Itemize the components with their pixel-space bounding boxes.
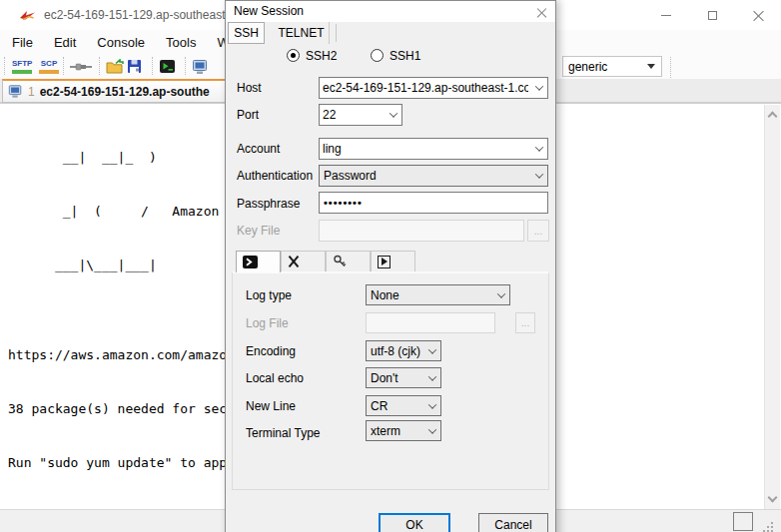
- ok-button[interactable]: OK: [379, 513, 450, 532]
- terminal-type-combobox[interactable]: generic: [562, 56, 662, 77]
- chevron-down-icon[interactable]: [424, 368, 440, 387]
- options-tab-run[interactable]: [371, 251, 415, 271]
- connection-button[interactable]: [70, 56, 92, 77]
- port-combobox[interactable]: [319, 104, 402, 126]
- newline-label: New Line: [246, 399, 296, 413]
- toolbar-grip: [152, 57, 156, 75]
- terminal-scrollbar[interactable]: [764, 105, 780, 509]
- dialog-titlebar: New Session: [226, 1, 555, 22]
- authentication-dropdown[interactable]: Password: [319, 165, 548, 187]
- save-button[interactable]: [127, 56, 142, 77]
- toolbar-grip: [63, 57, 67, 75]
- encoding-dropdown[interactable]: utf-8 (cjk): [366, 340, 441, 361]
- menu-item-file[interactable]: File: [12, 35, 33, 50]
- radio-ssh2-label: SSH2: [306, 49, 337, 63]
- newline-dropdown[interactable]: CR: [366, 395, 441, 416]
- computer-icon: [192, 59, 209, 75]
- localecho-dropdown[interactable]: Don't: [366, 367, 441, 388]
- host-combobox[interactable]: [319, 77, 548, 99]
- close-icon: [536, 7, 546, 17]
- menu-item-tools[interactable]: Tools: [166, 35, 196, 50]
- app-icon: [19, 7, 36, 27]
- chevron-down-icon[interactable]: [531, 139, 547, 159]
- maximize-icon: [708, 11, 717, 20]
- toolbar-grip: [4, 57, 8, 75]
- close-button[interactable]: [735, 0, 781, 30]
- toolbar-grip: [185, 57, 189, 75]
- account-label: Account: [237, 142, 280, 156]
- toolbar-separator: [670, 57, 674, 78]
- localecho-label: Local echo: [246, 371, 304, 385]
- scroll-down-icon[interactable]: [768, 493, 778, 503]
- play-icon: [378, 256, 390, 268]
- options-tab-auth[interactable]: [326, 251, 371, 271]
- tab-ssh[interactable]: SSH: [228, 22, 265, 44]
- port-input[interactable]: [320, 108, 386, 122]
- plug-icon: [70, 62, 92, 72]
- tab-computer-icon: [8, 84, 23, 99]
- encoding-value: utf-8 (cjk): [367, 344, 424, 358]
- newline-value: CR: [367, 399, 424, 413]
- terminal-icon: [243, 256, 258, 268]
- chevron-down-icon[interactable]: [424, 341, 440, 360]
- logtype-label: Log type: [246, 288, 292, 302]
- account-input[interactable]: [320, 142, 531, 156]
- chevron-down-icon[interactable]: [386, 105, 401, 125]
- dialog-close-button[interactable]: [533, 4, 549, 20]
- radio-ssh2[interactable]: [287, 49, 300, 62]
- encoding-label: Encoding: [246, 344, 296, 358]
- radio-ssh1[interactable]: [371, 49, 384, 62]
- chevron-down-icon[interactable]: [493, 285, 509, 304]
- passphrase-input[interactable]: [319, 192, 548, 214]
- logfile-input: [366, 312, 495, 333]
- window-title: ec2-54-169-151-129.ap-southeast-1.c: [44, 8, 245, 22]
- options-tab-terminal[interactable]: [236, 251, 281, 272]
- chevron-down-icon[interactable]: [424, 396, 440, 415]
- tab-label: ec2-54-169-151-129.ap-southe: [40, 85, 210, 99]
- minimize-icon: [661, 15, 671, 16]
- logfile-browse-button: ...: [515, 312, 535, 333]
- local-shell-button[interactable]: [159, 56, 176, 77]
- chevron-down-icon[interactable]: [531, 166, 547, 186]
- new-session-dialog: New Session SSH TELNET SSH2 SSH1 Host Po…: [225, 0, 556, 532]
- maximize-button[interactable]: [689, 0, 735, 30]
- sftp-button[interactable]: SFTP: [12, 56, 32, 77]
- terminal-green-icon: [159, 59, 176, 74]
- options-tab-x11[interactable]: [281, 251, 326, 271]
- key-icon: [333, 255, 347, 268]
- size-box: [733, 512, 753, 531]
- cancel-button[interactable]: Cancel: [478, 513, 548, 532]
- authentication-label: Authentication: [237, 169, 313, 183]
- scp-button[interactable]: SCP: [39, 56, 59, 77]
- close-icon: [753, 10, 764, 21]
- terminaltype-value: xterm: [367, 424, 424, 438]
- protocol-radio-group: SSH2 SSH1: [226, 48, 555, 64]
- chevron-down-icon[interactable]: [531, 78, 547, 98]
- tab-ssh-label: SSH: [234, 26, 259, 40]
- minimize-button[interactable]: [643, 0, 689, 30]
- port-label: Port: [237, 108, 259, 122]
- terminaltype-label: Terminal Type: [246, 426, 320, 440]
- resize-grip[interactable]: [767, 526, 769, 528]
- tab-telnet-label: TELNET: [278, 26, 324, 40]
- tab-separator: [336, 24, 337, 42]
- dialog-title: New Session: [234, 4, 304, 18]
- radio-ssh1-label: SSH1: [390, 49, 420, 63]
- menu-item-edit[interactable]: Edit: [54, 35, 76, 50]
- logtype-dropdown[interactable]: None: [366, 284, 510, 305]
- open-button[interactable]: [106, 56, 124, 77]
- terminaltype-dropdown[interactable]: xterm: [366, 420, 441, 441]
- scp-underline: [39, 70, 59, 74]
- account-combobox[interactable]: [319, 138, 548, 160]
- chevron-down-icon[interactable]: [424, 421, 440, 440]
- tab-telnet[interactable]: TELNET: [274, 22, 330, 44]
- screen: ec2-54-169-151-129.ap-southeast-1.c File…: [0, 0, 781, 532]
- dialog-tab-strip: SSH TELNET: [226, 22, 555, 44]
- scp-label: SCP: [41, 59, 57, 68]
- sftp-underline: [12, 70, 32, 74]
- scroll-up-icon[interactable]: [768, 112, 778, 122]
- options-tab-strip: [234, 251, 549, 271]
- menu-item-console[interactable]: Console: [97, 35, 145, 50]
- host-input[interactable]: [320, 81, 531, 95]
- new-terminal-button[interactable]: [192, 56, 209, 77]
